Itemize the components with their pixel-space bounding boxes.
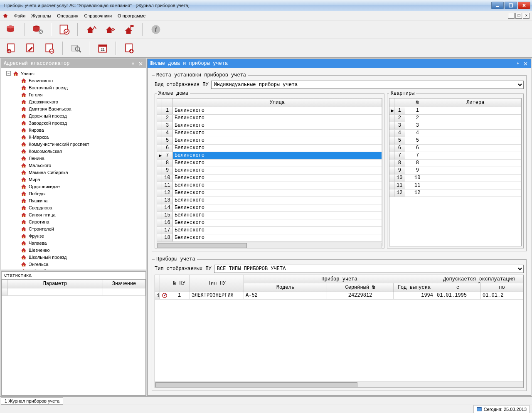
apts-col-no[interactable]: № [405,98,430,107]
table-row[interactable]: 1▶ 1 ЭЛЕКТРОЭНЕРГИЯ А-52 24229812 1994 [155,292,523,300]
tree-root[interactable]: −Улицы [2,70,145,77]
table-row[interactable]: 2Белинского [157,115,382,122]
menu-operation[interactable]: Операция [57,13,78,18]
dev-col-device[interactable]: Прибор учета [244,275,435,283]
tree-item[interactable]: Пушкина [2,197,145,204]
view-mode-select[interactable]: Индивидуальные приборы учета [211,81,524,89]
table-row[interactable]: 4Белинского [157,130,382,137]
houses-hscroll[interactable] [157,242,382,248]
table-row[interactable]: 1111 [389,182,521,189]
house-up-button[interactable] [82,22,100,37]
mdi-close[interactable]: ✕ [523,13,530,19]
mdi-restore[interactable]: ❐ [515,13,522,19]
table-row[interactable]: 88 [389,160,521,167]
stats-grid-body[interactable] [2,288,145,395]
house-right-button[interactable] [101,22,119,37]
table-row[interactable]: 9Белинского [157,167,382,175]
table-row[interactable]: 18Белинского [157,234,382,242]
tree-item[interactable]: Мальского [2,162,145,169]
tree-item[interactable]: Белинского [2,77,145,84]
houses-grid[interactable]: 1Белинского2Белинского3Белинского4Белинс… [157,107,382,242]
tree-item[interactable]: Мира [2,176,145,183]
table-row[interactable]: 6Белинского [157,145,382,152]
table-row[interactable]: 13Белинского [157,197,382,204]
tree-item[interactable]: Фрунзе [2,232,145,239]
tree-item[interactable]: Победы [2,190,145,197]
table-row[interactable]: 1Белинского [157,107,382,115]
dev-col-to[interactable]: по [481,283,523,292]
table-row[interactable]: 15Белинского [157,212,382,219]
table-row[interactable]: 16Белинского [157,219,382,227]
search-button[interactable] [67,41,85,56]
menu-journals[interactable]: Журналы [31,13,51,18]
table-row[interactable]: 55 [389,137,521,145]
house-flag-button[interactable] [121,22,138,37]
sheet-check-button[interactable] [56,22,73,37]
table-row[interactable]: ▶11 [389,107,521,115]
tree-item[interactable]: Мамина-Сибиряка [2,169,145,176]
table-row[interactable]: 77 [389,152,521,160]
device-type-select[interactable]: ВСЕ ТИПЫ ПРИБОРОВ УЧЕТА [214,265,524,273]
pin-icon[interactable] [515,61,521,66]
doc-remove-button[interactable] [41,41,58,56]
db-delete-button[interactable] [29,22,47,37]
calendar-button[interactable]: 21 [94,41,111,56]
houses-col-street[interactable]: Улица [173,98,382,107]
stats-col-param[interactable]: Параметр [7,280,103,288]
tree-item[interactable]: Гоголя [2,91,145,98]
stats-col-value[interactable]: Значение [103,280,145,288]
table-row[interactable]: 11Белинского [157,182,382,189]
close-button[interactable] [518,2,530,9]
tree-item[interactable]: Свердлова [2,204,145,211]
dev-col-no[interactable]: № ПУ [169,275,190,292]
table-row[interactable]: 1010 [389,175,521,182]
table-row[interactable]: 17Белинского [157,227,382,234]
tree-item[interactable]: Дорожный проезд [2,112,145,119]
panel-close-icon[interactable] [138,61,143,66]
menu-references[interactable]: Справочники [84,13,112,18]
table-row[interactable]: 5Белинского [157,137,382,145]
dev-col-allowed[interactable]: Допускается эксплуатация прибора [435,275,523,283]
classifier-tree[interactable]: −УлицыБелинскогоВосточный проездГоголяДз… [1,68,146,270]
mdi-minimize[interactable]: — [508,13,515,19]
tree-item[interactable]: Юбилейная [2,268,145,270]
db-button[interactable] [2,22,20,37]
doc-add-button[interactable] [2,41,20,56]
dev-col-serial[interactable]: Серийный № [327,283,394,292]
minimize-button[interactable] [491,2,504,9]
apts-col-lit[interactable]: Литера [430,98,521,107]
tree-item[interactable]: Дмитрия Васильева [2,105,145,112]
tree-item[interactable]: Кирова [2,126,145,133]
tree-item[interactable]: Комсомольская [2,148,145,155]
tree-item[interactable]: Орджоникидзе [2,183,145,190]
table-row[interactable]: 22 [389,115,521,122]
table-row[interactable]: 3Белинского [157,122,382,130]
table-row[interactable]: 99 [389,167,521,175]
tree-item[interactable]: Чапаева [2,239,145,246]
menu-file[interactable]: Файл [14,13,25,18]
tree-item[interactable]: Школьный проезд [2,253,145,261]
tree-item[interactable]: Дзержинского [2,98,145,105]
dev-col-type[interactable]: Тип ПУ [190,275,244,292]
tree-item[interactable]: К-Маркса [2,133,145,140]
table-row[interactable]: 44 [389,130,521,137]
tab-journal[interactable]: 1 Журнал приборов учета [1,397,63,405]
table-row[interactable]: 10Белинского [157,175,382,182]
table-row[interactable]: 33 [389,122,521,130]
menu-about[interactable]: О программе [118,13,145,18]
tree-item[interactable]: Шевченко [2,246,145,253]
table-row[interactable]: 12Белинского [157,189,382,197]
panel-close-icon[interactable] [522,61,528,66]
table-row[interactable]: 8Белинского [157,160,382,167]
dev-col-year[interactable]: Год выпуска [394,283,435,292]
table-row[interactable]: 14Белинского [157,204,382,212]
doc-down-button[interactable] [121,41,138,56]
tree-item[interactable]: Сиротина [2,218,145,225]
doc-edit-button[interactable] [22,41,39,56]
tree-item[interactable]: Восточный проезд [2,84,145,91]
tree-item[interactable]: Синяя птица [2,211,145,218]
dev-col-from[interactable]: с [435,283,481,292]
pin-icon[interactable] [130,61,136,66]
table-row[interactable]: 66 [389,145,521,152]
table-row[interactable]: 1212 [389,189,521,197]
